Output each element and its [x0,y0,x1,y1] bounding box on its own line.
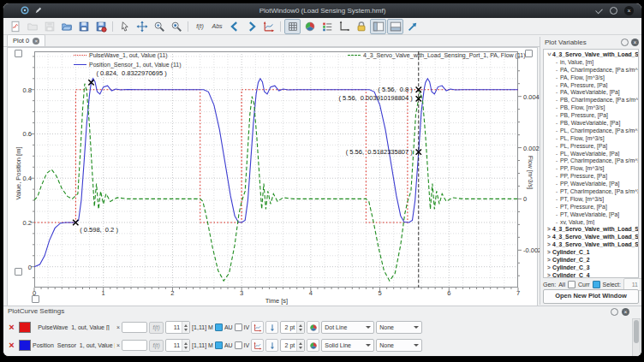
curve-axis-icon[interactable] [251,321,264,334]
save-plot-icon[interactable] [75,19,92,34]
autoupdate-checkbox[interactable] [215,323,223,331]
generation-spinner[interactable]: 11 [165,321,190,334]
curve-color-icon[interactable] [307,339,319,352]
tree-collapsed-icon[interactable]: > [546,226,552,232]
tree-item[interactable]: -PA, CharImpedance, [Pa s/m^3] [544,66,638,74]
tree-item[interactable]: -PB, Pressure, [Pa] [544,111,638,119]
curve-function-button[interactable]: f(t) [149,340,164,352]
zoom-in-icon[interactable] [151,19,167,34]
save-plot-disabled-icon[interactable] [41,19,57,34]
plot-canvas[interactable] [34,51,518,288]
tree-item[interactable]: -PB, CharImpedance, [Pa s/m^3] [544,96,638,104]
tree-item[interactable]: >Cylinder_C_1 [544,248,638,256]
curve-function-button[interactable]: f(t) [149,322,164,334]
right-axis-lock-checkbox[interactable] [525,50,533,57]
open-new-plot-window-button[interactable]: Open New Plot Window [543,289,639,304]
line-style-select[interactable]: Dot Line [321,321,374,334]
tree-collapsed-icon[interactable]: > [546,272,552,278]
move-curve-icon[interactable] [404,19,420,34]
legend-toggle-icon[interactable] [319,19,335,34]
tree-item[interactable]: -PL, WaveVariable, [Pa] [544,150,638,157]
invert-checkbox[interactable] [235,341,242,349]
tree-item[interactable]: -PP, WaveVariable, [Pa] [544,180,638,187]
tree-item[interactable]: -PT, CharImpedance, [Pa s/m^3] [544,187,638,195]
remove-curve-icon[interactable]: × [6,340,17,351]
curve-color-icon[interactable] [307,321,319,334]
generation-spinner[interactable]: 11 [165,339,190,352]
tree-item[interactable]: >4_3_Servo_Valve_with_Load_Sensin... [544,50,638,58]
tree-expanded-icon[interactable]: > [546,50,552,57]
tree-collapsed-icon[interactable]: > [546,241,552,247]
panel-close-icon[interactable]: × [622,308,629,316]
line-width-spinner[interactable]: 2 pt [280,321,305,334]
tree-item[interactable]: -PA, Pressure, [Pa] [544,81,638,89]
left-axis-lock-checkbox[interactable] [15,50,22,57]
curve-drop-icon[interactable] [265,339,278,352]
export-image-icon[interactable] [92,19,109,34]
tree-item[interactable]: -PL, Flow, [m^3/s] [544,134,638,142]
curve-color-swatch[interactable] [19,322,31,333]
pin-icon[interactable] [611,308,618,316]
tree-item[interactable]: -PP, Flow, [m^3/s] [544,164,638,172]
toggle-plot-variables-icon[interactable] [370,19,386,34]
open-plot-icon[interactable] [58,19,75,34]
lock-axes-icon[interactable] [353,19,369,34]
close-icon[interactable]: × [624,6,634,15]
tree-item[interactable]: -PT, WaveVariable, [Pa] [544,211,638,218]
tree-item[interactable]: >Cylinder_C_4 [544,271,638,278]
tree-item[interactable]: -PP, CharImpedance, [Pa s/m^3] [544,157,638,164]
curr-checkbox[interactable] [593,281,600,288]
abs-transform-icon[interactable]: Abs [209,19,225,34]
curve-scale-input[interactable] [122,340,147,351]
tree-item[interactable]: -PL, Pressure, [Pa] [544,142,638,150]
tree-item[interactable]: -PB, WaveVariable, [Pa] [544,119,638,127]
tree-item[interactable]: -PL, CharImpedance, [Pa s/m^3] [544,127,638,134]
legend-entry[interactable]: PulseWave_1, out, Value (11) [74,52,168,58]
tree-collapsed-icon[interactable]: > [546,234,552,240]
symbol-select[interactable]: None [376,321,422,334]
tree-item[interactable]: -PT, Pressure, [Pa] [544,203,638,211]
tree-item[interactable]: >4_3_Servo_Valve_with_Load_Sensin... [544,240,638,248]
autoupdate-checkbox[interactable] [215,341,223,349]
curve-axis-icon[interactable] [251,339,264,352]
line-style-select[interactable]: Solid Line [321,339,374,352]
tree-collapsed-icon[interactable]: > [546,249,552,255]
tree-item[interactable]: >Cylinder_C_3 [544,264,638,271]
tree-item[interactable]: -PA, Flow, [m^3/s] [544,74,638,81]
tree-item[interactable]: >4_3_Servo_Valve_with_Load_Sensin... [544,225,638,233]
tree-item[interactable]: >4_3_Servo_Valve_with_Load_Sensin... [544,233,638,240]
symbol-select[interactable]: None [376,339,422,352]
forward-icon[interactable] [243,19,259,34]
curve[interactable] [34,79,518,267]
tree-item[interactable]: -PT, Flow, [m^3/s] [544,195,638,203]
tree-item[interactable]: >Cylinder_C_2 [544,256,638,264]
tree-item[interactable]: -PA, WaveVariable, [Pa] [544,88,638,96]
curve-scale-icon[interactable] [260,19,277,34]
tree-item[interactable]: -xv, Value, [m] [544,218,638,226]
reset-zoom-icon[interactable] [168,19,184,34]
import-plot-icon[interactable] [24,19,40,34]
tree-item[interactable]: -PB, Flow, [m^3/s] [544,104,638,111]
axis-settings-icon[interactable] [336,19,352,34]
panel-close-icon[interactable]: × [631,39,639,46]
arrow-cursor-icon[interactable] [116,19,133,34]
tab-close-icon[interactable]: × [33,38,39,45]
toggle-curve-settings-icon[interactable] [387,19,403,34]
new-plot-icon[interactable] [7,19,23,34]
background-color-icon[interactable] [301,19,318,34]
tree-collapsed-icon[interactable]: > [546,264,552,270]
maximize-icon[interactable] [610,7,617,15]
tree-item[interactable]: -in, Value, [m] [544,58,638,66]
title-bar[interactable]: PlotWindow0 (Load Sensing System.hmf) × [3,3,641,18]
tree-item[interactable]: -PP, Pressure, [Pa] [544,172,638,180]
line-width-spinner[interactable]: 2 pt [280,339,305,352]
tab-plot0[interactable]: Plot 0 × [7,34,45,46]
pin-icon[interactable] [621,39,629,46]
tree-collapsed-icon[interactable]: > [546,257,552,263]
legend-entry[interactable]: 4_3_Servo_Valve_with_Load_Sensing_Port_1… [348,52,526,58]
legend-entry[interactable]: Position_Sensor_1, out, Value (11) [74,62,182,68]
minimize-icon[interactable] [595,6,602,13]
grid-toggle-icon[interactable] [284,19,301,34]
frequency-analysis-icon[interactable]: f(t) [192,19,208,34]
invert-checkbox[interactable] [235,323,242,331]
